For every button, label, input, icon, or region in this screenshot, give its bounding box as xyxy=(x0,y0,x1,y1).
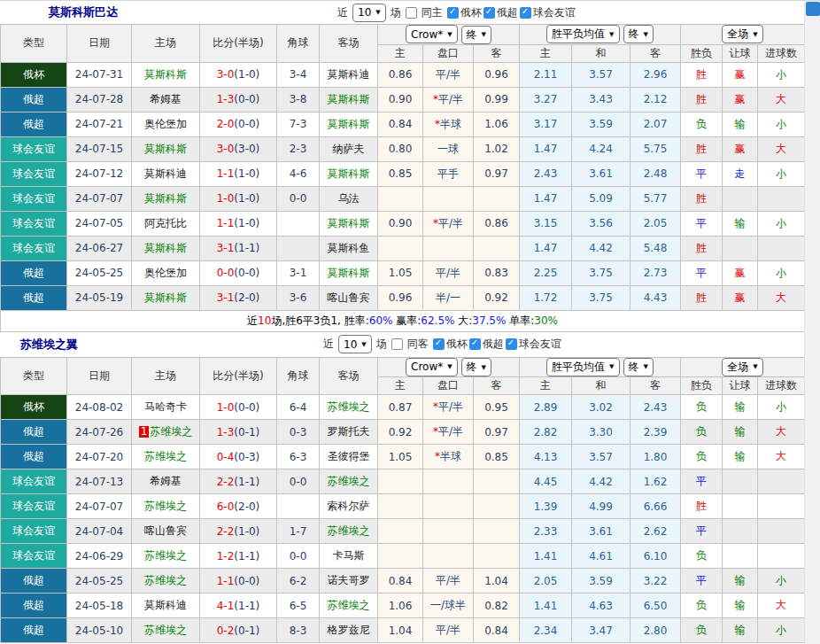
match-row: 俄超24-05-25苏维埃之1-1(0-0)6-2诺夫哥罗0.84平/半1.04… xyxy=(1,569,805,594)
home-team-name: 苏维埃之 xyxy=(150,425,192,438)
scrollbar-thumb[interactable] xyxy=(806,2,820,16)
home-team: 希姆基 xyxy=(132,469,200,494)
team-section-spartak: 莫斯科斯巴达近10▼场同主俄杯俄超球会友谊类型日期主场比分(半场)角球客场Cro… xyxy=(0,1,804,332)
home-team-name: 马哈奇卡 xyxy=(144,400,187,413)
column-header: 主场 xyxy=(132,357,200,395)
home-team: 苏维埃之 xyxy=(132,494,200,519)
home-odds: 0.80 xyxy=(378,136,423,161)
goals-result xyxy=(758,494,805,519)
avg-win-odds: 2.33 xyxy=(520,519,572,544)
chevron-down-icon: ▼ xyxy=(609,363,614,370)
goals-result: 小 xyxy=(758,395,805,420)
corners: 8-3 xyxy=(277,618,320,643)
home-odds: 0.85 xyxy=(378,161,423,186)
avg-lose-odds: 1.62 xyxy=(630,469,681,494)
home-odds: 0.84 xyxy=(378,569,423,594)
league-checkbox-2[interactable] xyxy=(506,338,517,350)
avg-lose-odds: 2.05 xyxy=(630,211,681,236)
home-odds: 1.04 xyxy=(378,618,423,643)
recent-count-select[interactable]: 10▼ xyxy=(352,4,386,22)
avg-stage-select[interactable]: 终▼ xyxy=(623,25,654,43)
away-odds: 1.02 xyxy=(474,136,520,161)
handicap-line: *半球 xyxy=(423,445,474,469)
avg-lose-odds: 2.43 xyxy=(630,395,681,420)
league-checkbox-2[interactable] xyxy=(520,7,531,19)
chevron-down-icon: ▼ xyxy=(361,341,366,348)
away-team: 诺夫哥罗 xyxy=(320,569,378,594)
score: 3-1(1-1) xyxy=(200,236,277,260)
recent-label: 近 xyxy=(337,5,348,20)
goals-result: 小 xyxy=(758,260,805,285)
goals-result: 小 xyxy=(758,112,805,136)
odds-history-page: 莫斯科斯巴达近10▼场同主俄杯俄超球会友谊类型日期主场比分(半场)角球客场Cro… xyxy=(0,0,820,644)
same-venue-checkbox[interactable] xyxy=(406,7,417,19)
match-date: 24-07-12 xyxy=(67,161,132,186)
avg-lose-odds: 2.48 xyxy=(630,161,681,186)
odds-company-select-value: Crow* xyxy=(411,361,443,373)
matches-label: 场 xyxy=(376,337,387,352)
home-team-name: 莫斯科迪 xyxy=(144,599,187,611)
score: 1-3(0-1) xyxy=(200,420,277,445)
league-checkbox-1[interactable] xyxy=(483,7,495,19)
home-team-name: 喀山鲁宾 xyxy=(144,524,187,537)
column-header: 比分(半场) xyxy=(200,357,277,395)
summary-text: 赢率: xyxy=(392,314,421,327)
home-team: 奥伦堡加 xyxy=(132,260,200,285)
home-team: 苏维埃之 xyxy=(132,445,200,469)
avg-win-odds: 4.13 xyxy=(520,445,572,469)
scope-select[interactable]: 全场▼ xyxy=(722,358,762,376)
sub-column-header: 进球数 xyxy=(758,44,805,62)
halftime-score: (1-1) xyxy=(234,600,259,612)
league-checkbox-0[interactable] xyxy=(433,338,445,350)
halftime-score: (1-0) xyxy=(234,192,259,205)
handicap-text: 一球 xyxy=(437,143,459,155)
same-venue-checkbox[interactable] xyxy=(391,338,403,350)
avg-lose-odds: 2.39 xyxy=(630,420,681,445)
league-checkbox-1[interactable] xyxy=(469,338,481,350)
avg-lose-odds: 3.22 xyxy=(630,569,681,594)
away-team: 苏维埃之 xyxy=(320,395,378,420)
sub-column-header: 胜负 xyxy=(681,377,723,395)
away-team: 乌法 xyxy=(320,186,378,211)
sub-column-header: 客 xyxy=(630,377,681,395)
avg-lose-odds: 6.10 xyxy=(630,544,681,569)
recent-count-select[interactable]: 10▼ xyxy=(338,335,372,353)
odds-stage-select[interactable]: 终▼ xyxy=(461,26,491,44)
score: 2-0(0-0) xyxy=(200,112,277,136)
home-team-name: 莫斯科斯 xyxy=(144,192,187,205)
avg-type-select[interactable]: 胜平负均值▼ xyxy=(546,25,619,43)
avg-lose-odds: 6.66 xyxy=(630,494,681,519)
corners: 3-8 xyxy=(277,87,320,112)
same-venue-label: 同主 xyxy=(422,5,443,20)
avg-lose-odds: 5.48 xyxy=(630,236,681,260)
sub-column-header: 和 xyxy=(572,44,630,62)
avg-stage-select[interactable]: 终▼ xyxy=(623,358,654,376)
odds-company-select[interactable]: Crow*▼ xyxy=(406,25,458,43)
vertical-scrollbar[interactable] xyxy=(804,1,820,644)
home-odds: 1.06 xyxy=(378,594,423,618)
home-team: 马哈奇卡 xyxy=(132,395,200,420)
avg-lose-odds: 2.12 xyxy=(630,87,681,112)
away-odds xyxy=(474,236,520,260)
handicap-text: 半/一 xyxy=(436,291,460,304)
league-badge: 球会友谊 xyxy=(1,211,67,236)
league-checkbox-0[interactable] xyxy=(447,7,459,19)
away-odds: 0.82 xyxy=(474,594,520,618)
column-header: 角球 xyxy=(277,357,320,395)
home-team: 希姆基 xyxy=(132,87,200,112)
chevron-down-icon: ▼ xyxy=(644,31,648,38)
fulltime-score: 4-1 xyxy=(217,600,235,612)
odds-stage-select[interactable]: 终▼ xyxy=(461,358,491,376)
home-team: 奥伦堡加 xyxy=(132,112,200,136)
odds-company-select[interactable]: Crow*▼ xyxy=(406,358,458,376)
away-odds xyxy=(474,494,520,519)
away-odds: 0.97 xyxy=(474,161,520,186)
score: 0-0(0-0) xyxy=(200,260,277,285)
scope-select[interactable]: 全场▼ xyxy=(722,25,762,43)
fulltime-score: 1-3 xyxy=(217,93,235,105)
avg-type-select[interactable]: 胜平负均值▼ xyxy=(546,358,619,376)
sub-column-header: 主 xyxy=(520,377,572,395)
handicap-text: 半球 xyxy=(440,450,461,462)
home-team-name: 莫斯科斯 xyxy=(144,143,187,155)
fulltime-score: 1-2 xyxy=(217,550,235,563)
